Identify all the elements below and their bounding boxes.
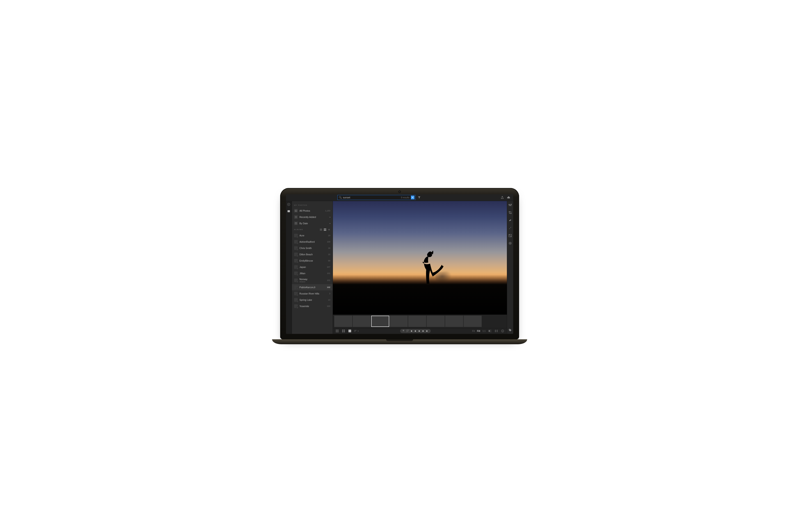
svg-rect-20 (337, 331, 338, 332)
sliders-icon[interactable] (508, 203, 512, 207)
sidebar-item-recently-added[interactable]: Recently Added ◂ (292, 214, 333, 220)
bottom-toolbar: ▾ ★ ★ ★ ★ ★ (333, 328, 507, 334)
sidebar-item-count: 15 (328, 253, 330, 255)
sidebar-item-count: 3 (329, 292, 330, 295)
sidebar-album-item[interactable]: Jillian101 (292, 270, 333, 277)
svg-rect-17 (337, 331, 338, 331)
album-thumbnail (294, 279, 298, 282)
search-input[interactable] (343, 196, 401, 199)
svg-rect-15 (338, 329, 339, 330)
zoom-fill[interactable]: Fill (477, 330, 480, 332)
svg-rect-5 (320, 229, 322, 229)
sidebar-album-item[interactable]: Dillon Beach15 (292, 251, 333, 258)
list-view-icon[interactable] (320, 228, 322, 231)
filmstrip-thumbnail[interactable] (334, 316, 352, 327)
flag-pick-icon[interactable] (402, 329, 405, 332)
svg-rect-13 (336, 329, 337, 330)
add-album-icon[interactable] (328, 228, 330, 231)
sidebar-album-item[interactable]: Japan207 (292, 264, 333, 270)
sidebar-heading-albums: ALBUMS (292, 227, 333, 232)
cloud-sync-icon[interactable] (506, 195, 511, 200)
grid-view-icon[interactable] (324, 228, 326, 231)
zoom-fit[interactable]: Fit (472, 330, 475, 332)
svg-rect-10 (324, 230, 325, 231)
chevron-left-icon: ◂ (329, 216, 330, 218)
album-thumbnail (294, 292, 298, 296)
filmstrip-thumbnail[interactable] (426, 316, 445, 327)
filmstrip-thumbnail[interactable] (371, 316, 389, 327)
sidebar-album-item[interactable]: AdrienRadford100 (292, 239, 333, 245)
zoom-1to1[interactable]: 1:1 (483, 330, 486, 332)
main-image[interactable] (333, 201, 507, 315)
brush-icon[interactable] (508, 226, 512, 230)
sort-button[interactable]: ▾ (354, 329, 359, 332)
panel-toggle-icon[interactable] (494, 329, 498, 333)
rating-pill[interactable]: ★ ★ ★ ★ ★ (400, 329, 431, 333)
person-silhouette (417, 251, 444, 291)
svg-rect-6 (320, 229, 322, 230)
sidebar-item-label: Recently Added (299, 216, 327, 218)
clear-search-button[interactable]: ✕ (411, 196, 415, 199)
album-thumbnail (294, 246, 298, 250)
add-photos-icon[interactable] (287, 203, 291, 206)
filmstrip-thumbnail[interactable] (408, 316, 426, 327)
filmstrip-thumbnail[interactable] (353, 316, 371, 327)
svg-rect-30 (497, 330, 497, 332)
grid-small-icon[interactable] (335, 329, 339, 333)
album-thumbnail (294, 285, 298, 289)
single-view-icon[interactable] (348, 329, 352, 333)
sidebar-item-count: 102 (327, 286, 330, 288)
svg-point-34 (509, 204, 509, 205)
album-thumbnail (294, 234, 298, 237)
svg-point-35 (510, 205, 510, 206)
album-thumbnail (294, 271, 298, 275)
image-viewer: ▾ ★ ★ ★ ★ ★ (333, 201, 507, 334)
svg-rect-11 (325, 230, 326, 231)
sidebar: MY PHOTOS All Photos 1,153 Recently (292, 201, 333, 334)
gradient-icon[interactable] (508, 233, 512, 238)
sidebar-album-item[interactable]: Chris Smith16 (292, 245, 333, 251)
sidebar-album-item[interactable]: EmilyBlincoe99 (292, 258, 333, 264)
svg-rect-27 (489, 330, 490, 332)
filmstrip-thumbnail[interactable] (464, 316, 482, 327)
search-field[interactable]: 9 results ✕ (338, 195, 416, 200)
sidebar-item-label: Jillian (299, 272, 325, 275)
album-thumbnail (294, 304, 298, 308)
filmstrip-thumbnail[interactable] (390, 316, 408, 327)
share-icon[interactable] (500, 195, 505, 200)
tag-icon[interactable] (508, 328, 512, 332)
search-icon (339, 196, 342, 199)
library-rail-icon[interactable] (287, 209, 291, 213)
filter-icon[interactable] (417, 196, 421, 199)
search-result-count: 9 results (401, 196, 410, 199)
sidebar-item-by-date[interactable]: By Date ◂ (292, 220, 333, 227)
laptop-frame: 9 results ✕ (280, 188, 519, 344)
compare-icon[interactable] (488, 329, 492, 333)
sidebar-album-item[interactable]: Acre19 (292, 232, 333, 239)
svg-rect-25 (344, 331, 345, 332)
laptop-base (272, 339, 527, 344)
sidebar-item-all-photos[interactable]: All Photos 1,153 (292, 208, 333, 214)
album-thumbnail (294, 298, 298, 302)
sidebar-item-count: 100 (327, 241, 330, 243)
sidebar-album-item[interactable]: Spring Lake14 (292, 297, 333, 303)
svg-rect-19 (336, 331, 337, 332)
crop-icon[interactable] (508, 210, 512, 215)
flag-reject-icon[interactable] (406, 329, 409, 332)
heal-icon[interactable] (508, 218, 512, 223)
radial-icon[interactable] (508, 241, 512, 246)
sidebar-item-count: 220 (327, 305, 330, 307)
grid-large-icon[interactable] (342, 329, 346, 333)
sidebar-item-label: Dillon Beach (299, 253, 326, 256)
sidebar-album-item[interactable]: Russian River Hills3 (292, 290, 333, 297)
filmstrip-thumbnail[interactable] (445, 316, 463, 327)
info-icon[interactable] (501, 329, 505, 333)
sidebar-album-item[interactable]: NorwayShared101 (292, 277, 333, 284)
sidebar-item-count: 99 (328, 260, 330, 262)
sidebar-album-item[interactable]: Yosemite220 (292, 303, 333, 309)
sidebar-item-label: PabloAlarconJr (299, 286, 325, 289)
star-rating[interactable]: ★ ★ ★ ★ ★ (411, 329, 429, 332)
right-tool-rail (507, 201, 513, 334)
svg-rect-21 (338, 331, 339, 332)
sidebar-album-item[interactable]: PabloAlarconJr102 (292, 284, 333, 290)
